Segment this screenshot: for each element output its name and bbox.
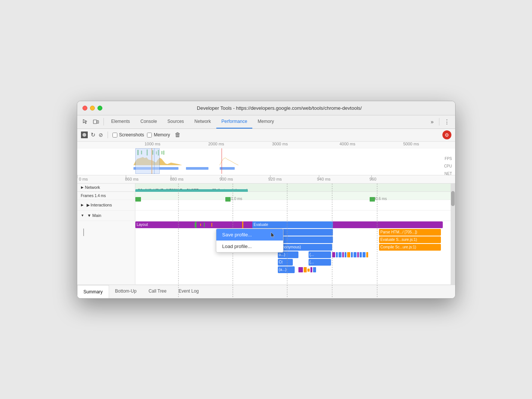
eval-sure-entry[interactable]: Evaluate S...sure.js:1) [379, 236, 441, 243]
svg-rect-48 [363, 252, 366, 257]
scrollbar[interactable] [451, 184, 455, 285]
maximize-button[interactable] [97, 106, 102, 111]
frames-track-row: Frames 1.4 ms 51.0 ms 100.6 ms [77, 192, 455, 200]
network-track-label: ▶ Network [77, 184, 135, 191]
kebab-menu-button[interactable]: ⋮ [442, 117, 452, 127]
reload-profile-button[interactable]: ↻ [91, 132, 96, 138]
clear-profile-button[interactable]: ⊘ [99, 132, 103, 138]
tab-memory[interactable]: Memory [252, 115, 279, 129]
a-row-blocks [298, 266, 343, 273]
record-button[interactable] [81, 132, 88, 138]
svg-rect-44 [351, 252, 353, 257]
settings-button[interactable]: ⚙ [442, 130, 451, 139]
svg-rect-47 [360, 252, 362, 257]
net-label: NET [445, 172, 452, 175]
spacer-label [77, 273, 135, 284]
evaluate-entry[interactable]: Evaluate [252, 221, 333, 228]
svg-rect-54 [313, 267, 316, 272]
fps-chart [77, 149, 445, 157]
load-profile-menu-item[interactable]: Load profile... [216, 241, 283, 252]
tab-network[interactable]: Network [189, 115, 216, 129]
anon3-content: (anonymous) Compile Sc...ure.js:1) [135, 244, 455, 251]
network-track-row: ▶ Network :S6g4U3t-Y5UEw0IE80IlgEseQY3FE… [77, 184, 455, 192]
close-button[interactable] [82, 106, 87, 111]
svg-rect-52 [307, 269, 310, 272]
svg-rect-0 [93, 120, 97, 124]
anon3-label-area [77, 244, 135, 251]
parse-entry[interactable]: Parse HTM.../ [705...]) [379, 229, 441, 236]
traffic-lights [82, 106, 102, 111]
screenshots-checkbox-label[interactable]: Screenshots [112, 132, 144, 137]
svg-rect-1 [97, 121, 99, 123]
timeline-overview[interactable]: 1000 ms 2000 ms 3000 ms 4000 ms 5000 ms … [77, 142, 455, 175]
fps-label: FPS [445, 157, 452, 161]
anon2-label-area [77, 236, 135, 244]
svg-rect-13 [186, 167, 208, 170]
save-profile-menu-item[interactable]: Save profile... [216, 229, 283, 241]
a-entry[interactable]: (a...) [278, 266, 295, 273]
toolbar-divider-1 [108, 132, 108, 138]
small-flame-blocks [332, 251, 370, 258]
svg-rect-28 [196, 223, 197, 226]
tab-summary[interactable]: Summary [77, 285, 109, 299]
tab-divider-2 [439, 118, 439, 126]
svg-rect-37 [213, 223, 214, 227]
yellow-tick [242, 221, 243, 228]
anon1-label-area [77, 229, 135, 236]
interactions-track-label: ▶ ▶ Interactions [77, 200, 135, 210]
svg-rect-34 [208, 223, 208, 227]
cpu-label: CPU [444, 164, 452, 168]
compile-entry[interactable]: Compile Sc...ure.js:1) [379, 244, 441, 251]
ct-entry[interactable]: Ct [278, 259, 293, 266]
zoom-ruler: 0 ms 860 ms 880 ms 900 ms 920 ms 940 ms … [77, 175, 455, 184]
small-bars [195, 221, 240, 228]
svg-rect-10 [162, 151, 162, 154]
device-toolbar-icon[interactable] [91, 117, 101, 127]
more-tabs-button[interactable]: » [428, 117, 437, 126]
anon3-entry[interactable]: (anonymous) [278, 244, 332, 251]
spacer-row [77, 273, 455, 285]
main-track-header: ▼ ▼ Main [77, 211, 455, 221]
bottom-tabs-bar: Summary Bottom-Up Call Tree Event Log [77, 285, 455, 298]
minimize-button[interactable] [90, 106, 95, 111]
tab-divider [103, 118, 104, 126]
devtools-window: Developer Tools - https://developers.goo… [77, 101, 456, 299]
oparen2-entry[interactable]: (... [309, 259, 331, 266]
interactions-track-row: ▶ ▶ Interactions [77, 200, 455, 211]
layout-flame-row: Layout [77, 221, 455, 229]
scrollbar-thumb[interactable] [451, 191, 455, 206]
svg-rect-29 [198, 223, 199, 227]
tab-sources[interactable]: Sources [162, 115, 189, 129]
memory-checkbox-label[interactable]: Memory [147, 132, 170, 137]
svg-rect-42 [345, 252, 346, 257]
title-bar: Developer Tools - https://developers.goo… [77, 101, 455, 115]
o-label-area [77, 251, 135, 259]
svg-rect-46 [357, 252, 359, 257]
tab-console[interactable]: Console [135, 115, 162, 129]
main-track-label: ▼ ▼ Main [77, 211, 135, 221]
clear-recordings-button[interactable]: 🗑 [175, 132, 181, 138]
screenshots-checkbox[interactable] [112, 133, 117, 137]
cpu-chart [77, 156, 445, 165]
ruler-tick-lines [77, 175, 455, 184]
tab-performance[interactable]: Performance [216, 115, 253, 129]
timeline-ruler: 1000 ms 2000 ms 3000 ms 4000 ms 5000 ms [77, 142, 455, 148]
svg-point-3 [82, 133, 86, 137]
ct-flame-row: Ct (... [77, 259, 455, 266]
svg-rect-53 [310, 267, 312, 272]
svg-rect-41 [342, 252, 344, 257]
svg-rect-45 [354, 252, 357, 257]
tab-call-tree[interactable]: Call Tree [142, 285, 172, 298]
memory-checkbox[interactable] [147, 133, 152, 137]
tab-event-log[interactable]: Event Log [172, 285, 205, 298]
window-title: Developer Tools - https://developers.goo… [109, 105, 450, 111]
ruler-tick-4000: 4000 ms [340, 142, 355, 146]
inspect-element-icon[interactable] [80, 117, 91, 127]
tab-elements[interactable]: Elements [106, 115, 135, 129]
cursor-icon [270, 232, 276, 239]
tab-bottom-up[interactable]: Bottom-Up [109, 285, 142, 298]
oparen1-entry[interactable]: (... [309, 251, 331, 258]
a-flame-row: (a...) [77, 266, 455, 273]
frames-track-label: Frames 1.4 ms [77, 192, 135, 200]
performance-toolbar: ↻ ⊘ Screenshots Memory 🗑 ⚙ [77, 129, 455, 142]
